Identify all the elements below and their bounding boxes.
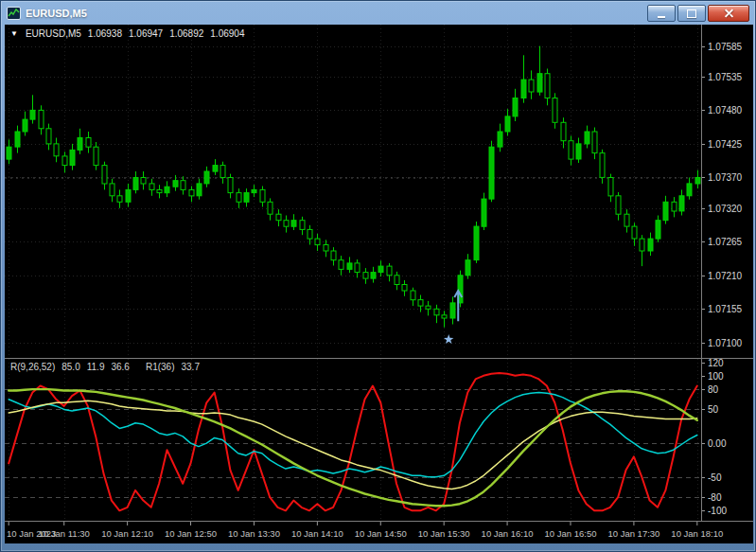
indicator-axis-label: 50 xyxy=(708,404,719,415)
candle xyxy=(450,303,455,318)
candle xyxy=(505,116,510,132)
chart-icon[interactable] xyxy=(7,7,21,20)
indicator-axis-label: 120 xyxy=(708,358,724,368)
candle xyxy=(7,147,11,159)
candle xyxy=(86,138,91,148)
time-axis-label: 10 Jan 15:30 xyxy=(418,528,470,539)
candle xyxy=(387,266,392,276)
candle xyxy=(529,80,534,92)
indicator-value-1: 85.0 xyxy=(62,362,79,372)
candle xyxy=(474,226,479,260)
candle xyxy=(656,221,660,239)
candle xyxy=(126,189,131,202)
minimize-button[interactable] xyxy=(647,5,676,22)
candle xyxy=(378,266,383,273)
time-axis-label: 10 Jan 11:30 xyxy=(39,528,90,539)
price-axis-label: 1.07320 xyxy=(708,204,743,214)
candle xyxy=(355,263,360,273)
candle xyxy=(640,239,644,251)
candle xyxy=(513,98,518,116)
indicator-value-3: 36.6 xyxy=(111,362,129,372)
candle xyxy=(426,306,431,309)
candle xyxy=(553,98,557,123)
candle xyxy=(576,144,581,159)
candle xyxy=(181,181,185,190)
candle xyxy=(23,119,27,132)
time-axis-label: 10 Jan 16:50 xyxy=(545,528,597,539)
candle xyxy=(498,132,502,147)
candle xyxy=(324,245,328,252)
candle xyxy=(545,74,550,98)
time-axis-label: 10 Jan 12:10 xyxy=(101,528,153,539)
price-axis-label: 1.07535 xyxy=(708,72,743,82)
close-button[interactable] xyxy=(708,5,749,22)
candle xyxy=(632,226,637,239)
time-axis-label: 10 Jan 14:10 xyxy=(291,528,343,539)
window-titlebar[interactable]: EURUSD,M5 xyxy=(5,3,751,24)
candle xyxy=(149,184,154,190)
price-axis-label: 1.07480 xyxy=(708,105,743,116)
candle xyxy=(78,138,82,151)
price-axis-label: 1.07425 xyxy=(708,139,743,150)
candle xyxy=(434,309,439,315)
candle xyxy=(315,239,320,245)
candle xyxy=(672,202,677,211)
indicator-name: R(9,26,52) xyxy=(10,362,55,372)
candle xyxy=(585,132,589,144)
candle xyxy=(39,110,44,128)
ohlc-low: 1.06892 xyxy=(169,28,203,39)
candle xyxy=(608,178,613,196)
candle xyxy=(102,166,107,184)
ohlc-open: 1.06938 xyxy=(88,28,122,39)
candle xyxy=(15,132,20,147)
candle xyxy=(244,193,249,203)
chart-ohlc-header: ▼ EURUSD,M5 1.06938 1.06947 1.06892 1.06… xyxy=(10,28,244,39)
candle xyxy=(276,214,281,221)
candle xyxy=(30,110,35,119)
candle xyxy=(117,196,122,203)
candle xyxy=(600,153,605,178)
candle xyxy=(204,171,209,184)
candle xyxy=(133,178,138,190)
candle xyxy=(110,184,114,196)
candle xyxy=(220,166,225,178)
chart-canvas[interactable]: 1.075851.075351.074801.074251.073701.073… xyxy=(5,25,753,543)
candle xyxy=(592,132,597,153)
candle xyxy=(616,196,621,214)
time-axis-label: 10 Jan 13:30 xyxy=(228,528,280,539)
price-axis-label: 1.07155 xyxy=(708,304,743,314)
mt4-chart-window: EURUSD,M5 1.075851.075351.074801.074251.… xyxy=(0,0,756,552)
indicator-axis-label: -50 xyxy=(708,472,722,483)
candle xyxy=(663,202,668,220)
candle xyxy=(252,189,256,192)
candle xyxy=(291,221,296,227)
restore-icon xyxy=(687,9,696,18)
candle xyxy=(62,156,67,166)
candle xyxy=(537,74,542,92)
indicator-axis-label: -80 xyxy=(708,492,722,503)
candle xyxy=(442,315,447,318)
candle xyxy=(300,221,305,230)
minimize-icon xyxy=(658,16,665,18)
candle xyxy=(197,184,202,196)
candle xyxy=(347,263,352,270)
chevron-down-icon[interactable]: ▼ xyxy=(10,29,18,38)
indicator-axis-label: -100 xyxy=(708,506,727,516)
candle xyxy=(308,229,312,239)
candle xyxy=(411,291,415,300)
candle xyxy=(46,129,51,144)
indicator-value-2: 11.9 xyxy=(87,362,105,372)
candle xyxy=(54,144,59,156)
price-axis-label: 1.07265 xyxy=(708,237,743,247)
candle xyxy=(237,193,241,203)
symbol-label: EURUSD,M5 xyxy=(26,28,81,39)
price-axis-label: 1.07100 xyxy=(708,338,743,348)
restore-button[interactable] xyxy=(677,5,706,22)
indicator-axis-label: 100 xyxy=(708,371,724,382)
candle xyxy=(141,178,146,185)
candle xyxy=(418,300,423,307)
indicator-header: R(9,26,52) 85.0 11.9 36.6 R1(36) 33.7 xyxy=(10,362,200,372)
indicator2-value: 33.7 xyxy=(182,362,200,372)
chart-area[interactable]: 1.075851.075351.074801.074251.073701.073… xyxy=(5,25,753,543)
price-axis-label: 1.07210 xyxy=(708,271,743,281)
